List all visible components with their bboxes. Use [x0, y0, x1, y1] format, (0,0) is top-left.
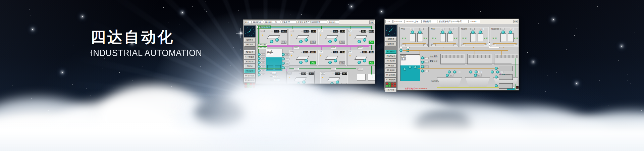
star	[641, 110, 642, 111]
sidebar-menu-button[interactable]: F7 阀组控制	[385, 78, 396, 82]
valve-icon: ✕	[465, 37, 467, 39]
sidebar-menu-button[interactable]: F1 预处理	[385, 50, 396, 54]
chemical-name: PAM	[431, 28, 435, 30]
pump-icon	[282, 62, 285, 65]
valve-row: 410#	[282, 62, 289, 65]
valve-icon: ✕	[495, 37, 497, 39]
chemical-tank	[417, 33, 423, 42]
unit-tag: DP1	[290, 51, 294, 53]
ro-unit[interactable]: DP1 CT26.0FT46.4 产水	[347, 50, 375, 66]
valve-tag: 242#	[440, 28, 444, 30]
pipe-line	[258, 68, 356, 69]
chem-dosing-panel[interactable]: PAM 242# 243# ✕ ✕ ✕ ✕ 241# 244#	[430, 27, 459, 47]
sidebar: 报警查看 报警消音 F1 预处理F2 V型滤池F3 多介质F4 超滤F5 反渗透…	[244, 25, 256, 84]
function-menu: F1 预处理F2 V型滤池F3 多介质F4 超滤F5 反渗透F6 化学清洗F7 …	[385, 50, 396, 82]
chemical-tank	[500, 33, 506, 42]
pump-icon	[474, 74, 477, 77]
process-canvas-pretreatment: L1901 2.3 快速混合 絮凝反应 污泥浓缩池 有事打电话150160998…	[397, 24, 519, 90]
sidebar-menu-button[interactable]: F4 超滤	[244, 64, 255, 68]
pump-icon	[334, 59, 337, 62]
titlebar-field: 设备处理	[422, 20, 437, 23]
pump-icon	[328, 61, 332, 64]
user-manage-button[interactable]: 用户管理	[385, 88, 396, 92]
lamella-plates	[441, 55, 464, 58]
ro-unit[interactable]: DP1 CT38.2FT0.1 停机	[289, 29, 317, 45]
chem-dosing-panel[interactable]: PAC 202# 203# ✕ ✕ ✕ ✕ 201# 204#	[399, 27, 429, 47]
valve-indicator	[291, 55, 292, 56]
valve-indicator	[322, 77, 323, 78]
sidebar-menu-button[interactable]: F6 化学清洗	[385, 73, 396, 77]
ro-unit[interactable]: DP1 CT26.0FT0.1 停机	[286, 71, 315, 84]
pipe-line	[402, 43, 426, 44]
alarm-mute-button[interactable]: 报警消音	[385, 42, 396, 46]
ro-unit[interactable]: DP1 CT57.6FT80.1 停机	[320, 71, 348, 84]
pump-group-tag: 反洗进水泵组	[258, 44, 267, 46]
unit-status-badge: 停机	[281, 41, 286, 44]
chemical-name: NaOH	[461, 28, 467, 30]
unit-status-badge: 停机	[339, 61, 345, 64]
pump-icon	[469, 70, 472, 73]
unit-readouts: CT38.2FT0.1	[301, 30, 316, 33]
valve-tag: 241#	[431, 44, 436, 46]
sidebar-menu-button[interactable]: F4 超滤	[385, 64, 396, 68]
tank-cell	[267, 65, 273, 70]
status-cell	[391, 85, 393, 87]
star	[619, 60, 619, 61]
valve-icon: ✕	[402, 37, 404, 39]
unit-tag: DP1	[321, 72, 325, 74]
ro-unit[interactable]: DP1 CT29.2FT105.6 产水	[347, 29, 375, 45]
chem-dosing-panel[interactable]: Na2CO3 246# 247# ✕ ✕ ✕ ✕ 245# 248#	[490, 27, 519, 47]
pressure-readout: 0.0	[516, 86, 519, 89]
pump-icon	[453, 70, 456, 73]
sidebar-menu-button[interactable]: F2 V型滤池	[244, 55, 255, 59]
valve-row: 408#	[282, 53, 289, 56]
valve-tag: 202#	[410, 28, 414, 30]
unit-tag: DP1	[261, 30, 265, 32]
status-cell	[388, 83, 391, 85]
valve-icon: ✕	[484, 37, 485, 39]
sidebar-menu-button[interactable]: F7 阀组控制	[244, 79, 255, 83]
alarm-view-button[interactable]: 报警查看	[244, 38, 255, 42]
sidebar-menu-button[interactable]: F3 多介质	[385, 59, 396, 63]
sidebar-menu-button[interactable]: F2 V型滤池	[385, 54, 396, 58]
pump-icon	[258, 65, 261, 68]
mixer-icon	[479, 31, 482, 34]
valve-icon: ✕	[514, 37, 516, 39]
pipe-line	[493, 43, 517, 44]
mixer-icon	[448, 31, 452, 34]
hero-title-en: INDUSTRIAL AUTOMATION	[91, 48, 202, 58]
titlebar-nav-buttons[interactable]: ◂ ▸	[369, 20, 374, 24]
titlebar-field: 210	[385, 20, 393, 23]
mixer-icon	[414, 66, 417, 69]
sidebar-menu-button[interactable]: F5 反渗透	[244, 69, 255, 73]
valve-tag: 245#	[492, 44, 496, 46]
valve-icon: ✕	[432, 37, 434, 39]
pipe-line	[403, 49, 511, 49]
unit-tag: DP1	[348, 51, 352, 53]
label-flocculation: 絮凝反应	[430, 60, 438, 63]
unit-readouts: CT30.1FT133.2	[301, 51, 316, 53]
ro-unit[interactable]: DP1 CT26.6FT0.1 停机	[318, 29, 346, 45]
ro-unit[interactable]: DP1 CT1.2FT0.1 停机	[318, 50, 346, 66]
sidebar-menu-button[interactable]: F1 预处理	[244, 50, 255, 54]
status-cell	[247, 83, 250, 85]
ro-unit[interactable]: DP1 CT30.1FT133.2 产水	[289, 50, 317, 66]
sidebar-menu-button[interactable]: F3 多介质	[244, 60, 255, 64]
alarm-mute-button[interactable]: 报警消音	[244, 43, 255, 47]
pump-icon	[421, 56, 424, 59]
unit-tag: DP1	[319, 51, 323, 53]
label-rapid-mix: 快速混合	[430, 55, 438, 58]
pump-icon	[258, 53, 261, 56]
sidebar-menu-button[interactable]: F6 化学清洗	[244, 74, 255, 78]
pump-icon	[399, 49, 402, 52]
status-cell	[391, 83, 393, 85]
pump-icon	[421, 65, 424, 68]
chem-dosing-panel[interactable]: NaOH 232# 233# ✕ ✕ ✕ ✕ 231# 234#	[460, 27, 489, 47]
alarm-view-button[interactable]: 报警查看	[385, 37, 396, 41]
sidebar-menu-button[interactable]: F5 反渗透	[385, 68, 396, 72]
pipe-line	[448, 50, 448, 55]
ro-unit[interactable]: DP1 CT1.2FT180.9 停机	[260, 29, 288, 45]
star	[635, 32, 635, 33]
titlebar-nav-buttons[interactable]: ◂ ▸	[513, 20, 518, 23]
pump-icon	[258, 73, 261, 76]
